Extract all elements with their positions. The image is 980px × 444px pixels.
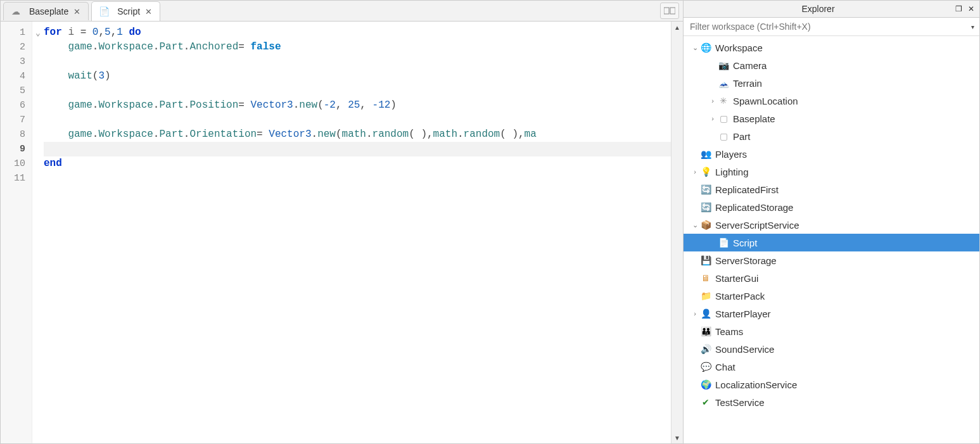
part-icon: ▢ <box>718 130 729 142</box>
line-number: 7 <box>1 113 32 127</box>
chevron-right-icon[interactable]: › <box>690 310 700 317</box>
code-line[interactable] <box>44 84 671 98</box>
chevron-right-icon[interactable]: › <box>690 168 700 175</box>
line-number-gutter: 1234567891011 <box>1 22 32 443</box>
tree-item-part[interactable]: ▢Part <box>684 127 979 145</box>
tree-item-chat[interactable]: 💬Chat <box>684 358 979 376</box>
tree-item-startergui[interactable]: 🖥StarterGui <box>684 269 979 287</box>
tree-item-serverscriptservice[interactable]: ⌄📦ServerScriptService <box>684 216 979 234</box>
gui-icon: 🖥 <box>700 272 711 284</box>
tree-item-localizationservice[interactable]: 🌍LocalizationService <box>684 376 979 393</box>
code-line[interactable] <box>44 142 671 156</box>
filter-input[interactable] <box>684 18 965 35</box>
globe-icon: 🌐 <box>700 42 711 53</box>
chevron-down-icon[interactable]: ⌄ <box>690 221 700 229</box>
tree-item-terrain[interactable]: 🗻Terrain <box>684 74 979 92</box>
chevron-right-icon[interactable]: › <box>708 115 718 122</box>
fold-marker[interactable]: ⌄ <box>32 25 44 40</box>
tree-item-label: Baseplate <box>733 113 775 124</box>
fold-marker <box>32 171 44 186</box>
vertical-scrollbar[interactable]: ▲ ▼ <box>671 22 683 443</box>
tab-label: Baseplate <box>29 6 68 16</box>
tree-item-replicatedstorage[interactable]: 🔄ReplicatedStorage <box>684 198 979 216</box>
fold-marker <box>32 113 44 127</box>
line-number: 6 <box>1 98 32 113</box>
fold-marker <box>32 84 44 98</box>
code-line[interactable]: game.Workspace.Part.Anchored= false <box>44 40 671 54</box>
repl-icon: 🔄 <box>700 201 711 213</box>
sound-icon: 🔊 <box>700 343 711 355</box>
fold-marker <box>32 40 44 54</box>
code-line[interactable]: end <box>44 156 671 171</box>
tree-item-spawnlocation[interactable]: ›✳SpawnLocation <box>684 92 979 110</box>
script-icon: 📄 <box>718 237 729 248</box>
code-line[interactable] <box>44 54 671 69</box>
tree-item-label: StarterGui <box>715 273 758 284</box>
tree-item-lighting[interactable]: ›💡Lighting <box>684 163 979 181</box>
tree-item-baseplate[interactable]: ›▢Baseplate <box>684 110 979 127</box>
code-line[interactable] <box>44 113 671 127</box>
fold-marker <box>32 69 44 84</box>
explorer-panel: Explorer ❐ ✕ ▾ ⌄🌐Workspace📷Camera🗻Terrai… <box>683 1 979 443</box>
tree-item-label: LocalizationService <box>715 379 797 390</box>
tree-item-script[interactable]: 📄Script <box>684 234 979 251</box>
tree-item-label: Chat <box>715 362 735 372</box>
fold-column[interactable]: ⌄ <box>32 22 44 443</box>
tab-label: Script <box>117 6 140 16</box>
fold-marker <box>32 98 44 113</box>
spawn-icon: ✳ <box>718 95 729 106</box>
line-number: 3 <box>1 54 32 69</box>
tree-item-camera[interactable]: 📷Camera <box>684 56 979 74</box>
tab-close-icon[interactable]: ✕ <box>72 7 82 16</box>
explorer-header: Explorer ❐ ✕ <box>684 1 979 18</box>
tree-item-label: Terrain <box>733 78 762 89</box>
tree-item-serverstorage[interactable]: 💾ServerStorage <box>684 251 979 269</box>
split-view-icon[interactable] <box>660 3 679 19</box>
fold-marker <box>32 142 44 156</box>
code-line[interactable] <box>44 171 671 186</box>
chevron-down-icon[interactable]: ⌄ <box>690 44 700 52</box>
tree-item-starterpack[interactable]: 📁StarterPack <box>684 287 979 305</box>
tree-item-starterplayer[interactable]: ›👤StarterPlayer <box>684 305 979 322</box>
tab-script[interactable]: 📄Script✕ <box>91 1 160 21</box>
fold-marker <box>32 127 44 142</box>
code-line[interactable]: for i = 0,5,1 do <box>44 25 671 40</box>
line-number: 8 <box>1 127 32 142</box>
tree-item-teams[interactable]: 👪Teams <box>684 322 979 340</box>
close-icon[interactable]: ✕ <box>965 4 977 14</box>
explorer-tree[interactable]: ⌄🌐Workspace📷Camera🗻Terrain›✳SpawnLocatio… <box>684 36 979 443</box>
tab-baseplate[interactable]: ☁Baseplate✕ <box>3 2 89 20</box>
tree-item-label: Camera <box>733 60 767 71</box>
pack-icon: 📁 <box>700 290 711 301</box>
code-area[interactable]: for i = 0,5,1 do game.Workspace.Part.Anc… <box>44 22 671 443</box>
tree-item-testservice[interactable]: ✔TestService <box>684 393 979 411</box>
code-line[interactable]: game.Workspace.Part.Orientation= Vector3… <box>44 127 671 142</box>
line-number: 5 <box>1 84 32 98</box>
repl-icon: 🔄 <box>700 184 711 195</box>
teams-icon: 👪 <box>700 326 711 337</box>
tab-close-icon[interactable]: ✕ <box>144 7 153 16</box>
line-number: 1 <box>1 25 32 40</box>
tree-item-workspace[interactable]: ⌄🌐Workspace <box>684 39 979 56</box>
tree-item-label: Lighting <box>715 167 749 177</box>
tree-item-label: Script <box>733 238 757 248</box>
undock-icon[interactable]: ❐ <box>953 4 964 14</box>
tree-item-label: SpawnLocation <box>733 96 798 106</box>
scroll-up-arrow[interactable]: ▲ <box>671 22 683 33</box>
storage-icon: 💾 <box>700 255 711 266</box>
code-editor[interactable]: 1234567891011 ⌄ for i = 0,5,1 do game.Wo… <box>1 22 683 443</box>
chat-icon: 💬 <box>700 361 711 372</box>
tree-item-players[interactable]: 👥Players <box>684 145 979 163</box>
tree-item-label: Players <box>715 149 747 160</box>
line-number: 4 <box>1 69 32 84</box>
filter-dropdown-icon[interactable]: ▾ <box>965 23 979 30</box>
tree-item-replicatedfirst[interactable]: 🔄ReplicatedFirst <box>684 181 979 198</box>
code-line[interactable]: game.Workspace.Part.Position= Vector3.ne… <box>44 98 671 113</box>
code-line[interactable]: wait(3) <box>44 69 671 84</box>
chevron-right-icon[interactable]: › <box>708 97 718 105</box>
tree-item-soundservice[interactable]: 🔊SoundService <box>684 340 979 358</box>
line-number: 9 <box>1 142 32 156</box>
scroll-down-arrow[interactable]: ▼ <box>671 432 683 443</box>
tree-item-label: ServerStorage <box>715 255 777 266</box>
fold-marker <box>32 156 44 171</box>
